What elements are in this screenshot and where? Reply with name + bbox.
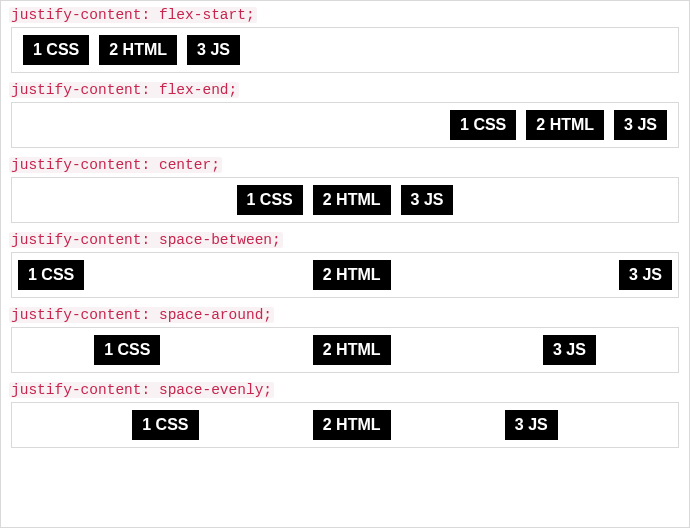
demo-container: justify-content: flex-start; 1 CSS 2 HTM… — [0, 0, 690, 528]
code-label: justify-content: flex-end; — [9, 82, 239, 98]
flex-item: 2 HTML — [313, 335, 391, 365]
demo-row-space-evenly: 1 CSS 2 HTML 3 JS — [11, 402, 679, 448]
flex-item: 1 CSS — [23, 35, 89, 65]
flex-item: 2 HTML — [99, 35, 177, 65]
flex-item: 1 CSS — [132, 410, 198, 440]
flex-item: 1 CSS — [94, 335, 160, 365]
flex-item: 1 CSS — [237, 185, 303, 215]
demo-row-space-around: 1 CSS 2 HTML 3 JS — [11, 327, 679, 373]
flex-item: 3 JS — [505, 410, 558, 440]
code-label: justify-content: space-between; — [9, 232, 283, 248]
demo-row-center: 1 CSS 2 HTML 3 JS — [11, 177, 679, 223]
flex-item: 3 JS — [614, 110, 667, 140]
flex-item: 1 CSS — [18, 260, 84, 290]
demo-row-flex-start: 1 CSS 2 HTML 3 JS — [11, 27, 679, 73]
flex-item: 2 HTML — [313, 185, 391, 215]
flex-item: 2 HTML — [526, 110, 604, 140]
flex-item: 3 JS — [401, 185, 454, 215]
demo-row-space-between: 1 CSS 2 HTML 3 JS — [11, 252, 679, 298]
flex-item: 1 CSS — [450, 110, 516, 140]
flex-item: 2 HTML — [313, 260, 391, 290]
code-label: justify-content: center; — [9, 157, 222, 173]
flex-item: 2 HTML — [313, 410, 391, 440]
demo-row-flex-end: 1 CSS 2 HTML 3 JS — [11, 102, 679, 148]
flex-item: 3 JS — [187, 35, 240, 65]
flex-item: 3 JS — [543, 335, 596, 365]
code-label: justify-content: space-around; — [9, 307, 274, 323]
code-label: justify-content: flex-start; — [9, 7, 257, 23]
code-label: justify-content: space-evenly; — [9, 382, 274, 398]
flex-item: 3 JS — [619, 260, 672, 290]
